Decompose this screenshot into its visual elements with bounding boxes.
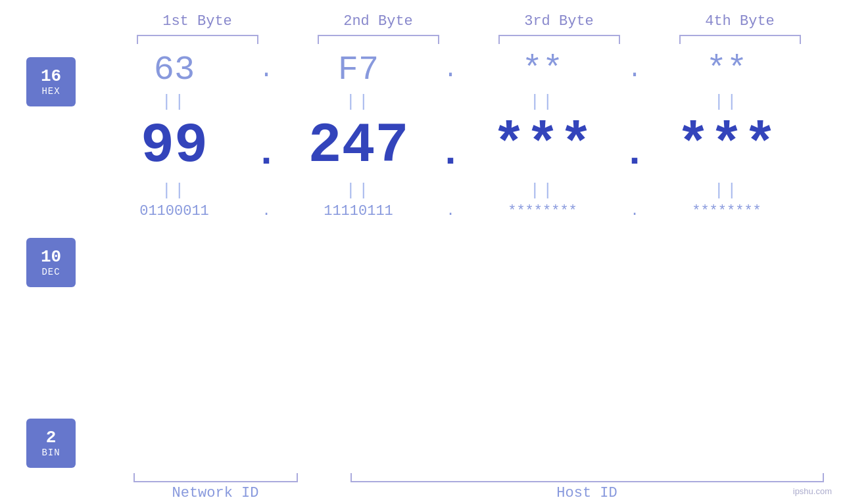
dec-val-1: 99 [109,114,240,178]
byte-header-2: 2nd Byte [312,13,444,30]
bin-dot-2: . [437,203,464,219]
eq-3: || [477,92,608,112]
bin-val-2: 11110111 [293,203,424,219]
hex-val-4: ** [661,51,792,89]
eq-1: || [109,92,240,112]
dec-val-4: *** [661,114,792,178]
badges-column: 16 HEX 10 DEC 2 BIN [26,57,76,468]
watermark: ipshu.com [793,486,832,496]
top-bracket-4 [679,35,801,44]
dec-badge-label: DEC [41,267,60,277]
top-bracket-1 [137,35,258,44]
bin-val-3: ******** [477,203,608,219]
hex-row: 63 . F7 . ** . ** [102,51,799,89]
network-id-label: Network ID [172,485,258,501]
hex-dot-2: . [437,57,464,83]
bin-row: 01100011 . 11110111 . ******** . [102,203,799,219]
bin-badge-number: 2 [46,429,57,446]
bin-dot-3: . [621,203,648,219]
hex-val-2: F7 [293,51,424,89]
dec-val-2: 247 [293,114,424,178]
dec-badge: 10 DEC [26,238,76,287]
dec-val-3: *** [477,114,608,178]
bin-badge-label: BIN [41,447,60,458]
eq-8: || [661,181,792,200]
host-bracket-line [350,473,824,482]
eq-7: || [477,181,608,200]
dec-dot-1: . [253,120,279,173]
values-area: 63 . F7 . ** . ** [102,51,845,219]
bin-badge: 2 BIN [26,419,76,468]
eq-5: || [109,181,240,200]
hex-val-1: 63 [109,51,240,89]
bin-val-1: 01100011 [109,203,240,219]
hex-badge: 16 HEX [26,57,76,106]
top-bracket-3 [498,35,620,44]
hex-dot-1: . [253,57,279,83]
content-area: 16 HEX 10 DEC 2 BIN 63 . [0,51,845,468]
dec-dot-3: . [621,120,648,173]
bin-val-4: ******** [661,203,792,219]
byte-header-3: 3rd Byte [493,13,625,30]
host-bracket-group: Host ID [344,473,831,501]
dec-row: 99 . 247 . *** . *** [102,114,799,178]
dec-badge-number: 10 [41,248,61,265]
main-container: 1st Byte 2nd Byte 3rd Byte 4th Byte 16 H… [0,0,845,504]
bottom-brackets-area: Network ID Host ID [127,473,831,501]
host-id-label: Host ID [556,485,617,501]
hex-dot-3: . [621,57,648,83]
byte-headers-row: 1st Byte 2nd Byte 3rd Byte 4th Byte [107,13,831,30]
top-brackets [107,35,831,44]
eq-2: || [293,92,424,112]
byte-header-1: 1st Byte [132,13,263,30]
eq-6: || [293,181,424,200]
network-bracket-line [133,473,298,482]
hex-val-3: ** [477,51,608,89]
bin-dot-1: . [253,203,279,219]
hex-badge-label: HEX [41,86,60,97]
bracket-middle-gap [304,473,344,501]
network-bracket-group: Network ID [127,473,304,501]
eq-4: || [661,92,792,112]
byte-header-4: 4th Byte [674,13,806,30]
dec-dot-2: . [437,120,464,173]
hex-badge-number: 16 [41,68,61,85]
top-bracket-2 [318,35,439,44]
equals-row-2: || || || || [102,181,799,200]
equals-row-1: || || || || [102,92,799,112]
